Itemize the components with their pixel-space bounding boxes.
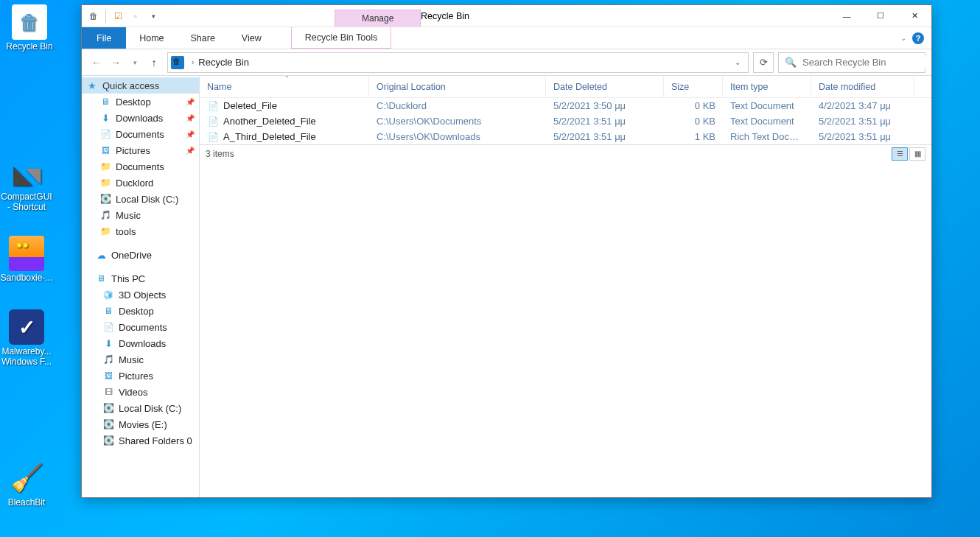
folder-icon: [99, 177, 111, 189]
file-original-location: C:\Users\OK\Downloads: [369, 131, 546, 142]
view-details-button[interactable]: ☰: [892, 147, 908, 161]
pin-icon: 📌: [186, 98, 195, 106]
ribbon-tab-file[interactable]: File: [82, 27, 126, 49]
desktop-icon-sandboxie[interactable]: Sandboxie-...: [0, 236, 53, 283]
star-icon: [86, 80, 98, 91]
navigation-pane[interactable]: Quick access Desktop📌Downloads📌Documents…: [82, 76, 200, 497]
col-header-date-deleted[interactable]: Date Deleted: [546, 76, 664, 97]
nav-onedrive[interactable]: OneDrive: [82, 247, 199, 263]
window-title: Recycle Bin: [421, 11, 469, 21]
breadcrumb-separator: ›: [192, 58, 194, 66]
ribbon-tab-recycle-tools[interactable]: Recycle Bin Tools: [291, 27, 391, 49]
nav-item-label: 3D Objects: [119, 289, 166, 301]
context-tab-manage[interactable]: Manage: [335, 10, 421, 27]
nav-item-ducklord[interactable]: Ducklord: [82, 175, 199, 191]
nav-item-label: Pictures: [116, 145, 150, 156]
pin-icon: 📌: [186, 114, 195, 122]
nav-item-label: tools: [116, 226, 136, 237]
maximize-button[interactable]: ☐: [864, 5, 897, 27]
desktop-icon-recycle-bin[interactable]: Recycle Bin: [3, 4, 56, 52]
nav-item-downloads[interactable]: Downloads📌: [82, 110, 199, 126]
ribbon-tabs: File Home Share View Recycle Bin Tools ⌄…: [82, 27, 931, 49]
ribbon-expand-icon[interactable]: ⌄: [900, 34, 906, 42]
desktop-icon-label: CompactGUI - Shortcut: [0, 192, 53, 212]
col-header-date-modified[interactable]: Date modified: [811, 76, 914, 97]
view-large-button[interactable]: ▦: [909, 147, 925, 161]
nav-item-videos[interactable]: Videos: [82, 384, 199, 400]
nav-item-label: Local Disk (C:): [116, 194, 178, 205]
col-header-item-type[interactable]: Item type: [723, 76, 811, 97]
nav-item-label: Downloads: [119, 338, 166, 349]
col-header-original-location[interactable]: Original Location: [369, 76, 546, 97]
col-header-size[interactable]: Size: [664, 76, 723, 97]
col-header-name[interactable]: Name⌃: [200, 76, 369, 97]
nav-item-movies-e-[interactable]: Movies (E:): [82, 416, 199, 432]
nav-item-label: Desktop: [116, 96, 151, 108]
file-name: Deleted_File: [223, 100, 277, 111]
nav-recent-button[interactable]: ▾: [126, 54, 144, 71]
ribbon-tab-view[interactable]: View: [228, 27, 275, 49]
nav-item-label: Music: [116, 210, 141, 221]
drive-icon: [102, 402, 114, 414]
file-date-deleted: 5/2/2021 3:51 μμ: [546, 131, 664, 142]
sandboxie-icon: [9, 236, 44, 271]
nav-item-pictures[interactable]: Pictures📌: [82, 142, 199, 158]
address-dropdown-icon[interactable]: ⌄: [730, 58, 745, 66]
malwarebytes-icon: [9, 309, 44, 345]
nav-item-documents[interactable]: Documents📌: [82, 126, 199, 142]
qat-app-icon[interactable]: 🗑: [86, 9, 101, 24]
desktop-icon-malwarebytes[interactable]: Malwareby... Windows F...: [0, 309, 53, 367]
pic-icon: [99, 144, 111, 156]
file-size: 0 KB: [664, 116, 723, 127]
nav-item-music[interactable]: Music: [82, 207, 199, 223]
nav-forward-button[interactable]: →: [107, 54, 125, 71]
nav-item-downloads[interactable]: Downloads: [82, 335, 199, 351]
file-icon: [207, 100, 219, 112]
address-box[interactable]: › Recycle Bin ⌄: [167, 52, 749, 73]
nav-up-button[interactable]: ↑: [145, 54, 163, 71]
qat-customize-button[interactable]: ▾: [146, 9, 161, 24]
nav-item-music[interactable]: Music: [82, 351, 199, 368]
file-size: 0 KB: [664, 100, 723, 111]
nav-item-label: Movies (E:): [119, 419, 167, 430]
nav-quick-access[interactable]: Quick access: [82, 77, 199, 94]
file-row[interactable]: Deleted_FileC:\Ducklord5/2/2021 3:50 μμ0…: [200, 98, 931, 113]
qat-newfolder-button[interactable]: ▫: [128, 9, 143, 24]
nav-item-label: Pictures: [119, 371, 153, 382]
close-button[interactable]: ✕: [897, 5, 931, 27]
nav-item-local-disk-c-[interactable]: Local Disk (C:): [82, 191, 199, 207]
breadcrumb-recycle-bin[interactable]: Recycle Bin: [198, 57, 249, 68]
nav-item-documents[interactable]: Documents: [82, 319, 199, 335]
search-box[interactable]: 🔍: [778, 52, 925, 73]
nav-back-button[interactable]: ←: [88, 54, 105, 71]
search-input[interactable]: [802, 57, 926, 68]
nav-item-3d-objects[interactable]: 3D Objects: [82, 287, 199, 303]
nav-item-local-disk-c-[interactable]: Local Disk (C:): [82, 400, 199, 416]
nav-label: Quick access: [102, 80, 159, 91]
desktop-icon-label: Malwareby... Windows F...: [0, 346, 53, 367]
file-row[interactable]: A_Third_Deleted_FileC:\Users\OK\Download…: [200, 129, 931, 144]
address-bar: ← → ▾ ↑ › Recycle Bin ⌄ ⟳ 🔍: [82, 49, 931, 76]
desktop-icon-compactgui[interactable]: CompactGUI - Shortcut: [0, 155, 53, 212]
desktop-icon: [102, 305, 114, 317]
nav-item-shared-folders-0[interactable]: Shared Folders 0: [82, 432, 199, 449]
nav-item-label: Local Disk (C:): [119, 403, 181, 414]
folder-icon: [99, 161, 111, 172]
minimize-button[interactable]: ―: [830, 5, 864, 27]
desktop-icon-bleachbit[interactable]: BleachBit: [0, 460, 53, 508]
nav-item-desktop[interactable]: Desktop📌: [82, 94, 199, 110]
nav-item-documents[interactable]: Documents: [82, 158, 199, 175]
compactgui-icon: [9, 155, 44, 190]
nav-item-desktop[interactable]: Desktop: [82, 303, 199, 319]
help-icon[interactable]: ?: [912, 32, 924, 44]
file-date-deleted: 5/2/2021 3:50 μμ: [546, 100, 664, 111]
ribbon-tab-share[interactable]: Share: [178, 27, 228, 49]
desktop-icon: [99, 96, 111, 108]
nav-item-tools[interactable]: tools: [82, 223, 199, 239]
qat-properties-button[interactable]: ☑: [111, 9, 125, 24]
nav-item-pictures[interactable]: Pictures: [82, 368, 199, 384]
refresh-button[interactable]: ⟳: [753, 52, 774, 73]
ribbon-tab-home[interactable]: Home: [126, 27, 177, 49]
file-row[interactable]: Another_Deleted_FileC:\Users\OK\Document…: [200, 113, 931, 129]
nav-this-pc[interactable]: This PC: [82, 270, 199, 287]
